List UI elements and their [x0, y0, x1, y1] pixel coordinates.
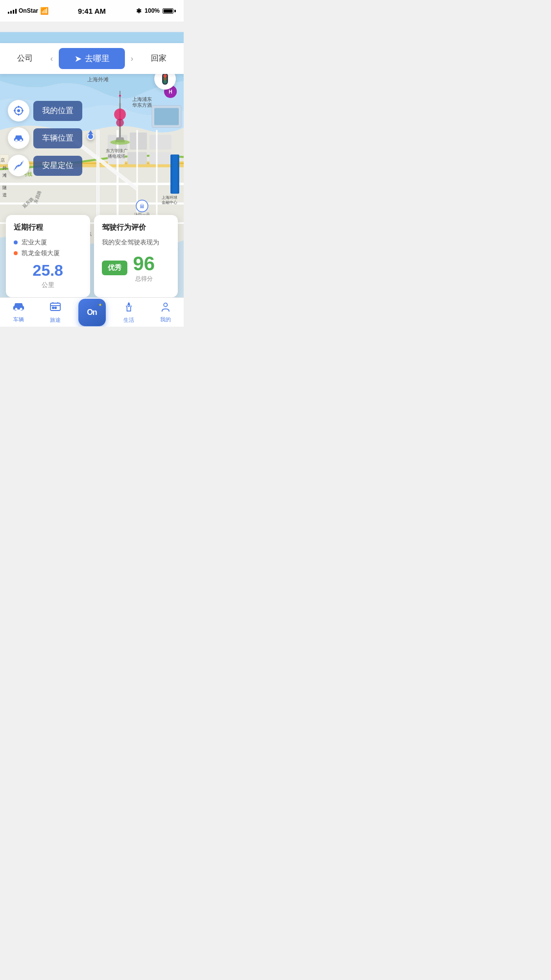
trip-card-title: 近期行程	[14, 223, 82, 232]
svg-text:华东方酒: 华东方酒	[132, 102, 152, 108]
svg-text:滩: 滩	[2, 173, 7, 178]
trip-icon	[49, 301, 61, 315]
drive-card-title: 驾驶行为评价	[102, 223, 170, 232]
home-shortcut[interactable]: 回家	[139, 53, 178, 64]
car-location-row[interactable]: 车辆位置	[8, 127, 82, 149]
trip-dot-2	[14, 251, 18, 255]
nav-vehicle[interactable]: 车辆	[0, 301, 37, 323]
satellite-icon[interactable]	[8, 155, 29, 176]
trip-dest1: 宏业大厦	[14, 238, 82, 247]
life-icon	[123, 301, 135, 315]
svg-rect-4	[130, 133, 147, 150]
excellence-badge: 优秀	[102, 261, 127, 275]
svg-text:隧: 隧	[2, 185, 7, 190]
map-controls: 我的位置 车辆位置 安星定位	[8, 100, 82, 176]
score-value: 96	[133, 253, 155, 275]
status-left: OnStar 📶	[8, 7, 48, 15]
svg-text:店: 店	[0, 158, 5, 163]
drive-score-row: 优秀 96 总得分	[102, 253, 170, 283]
svg-text:播电视塔: 播电视塔	[108, 154, 125, 159]
svg-point-22	[114, 109, 126, 120]
svg-text:上海浦东: 上海浦东	[132, 96, 152, 102]
navigate-icon: ➤	[74, 53, 82, 64]
trip-distance-value: 25.8	[14, 262, 82, 280]
wifi-icon: 📶	[40, 7, 48, 15]
svg-text:外: 外	[2, 166, 7, 170]
recent-trip-card[interactable]: 近期行程 宏业大厦 凯龙金领大厦 25.8 公里	[6, 215, 90, 297]
navigate-button[interactable]: ➤ 去哪里	[59, 48, 125, 69]
drive-score-desc: 我的安全驾驶表现为	[102, 238, 170, 247]
drive-score-card[interactable]: 驾驶行为评价 我的安全驾驶表现为 优秀 96 总得分	[94, 215, 178, 297]
status-bar: OnStar 📶 9:41 AM ✱ 100%	[0, 0, 184, 22]
user-location-dot	[87, 133, 94, 140]
svg-text:上海环球: 上海环球	[162, 195, 177, 200]
svg-point-74	[164, 303, 167, 306]
svg-rect-5	[149, 135, 171, 150]
search-bar[interactable]: 公司 ‹ ➤ 去哪里 › 回家	[0, 43, 184, 74]
signal-icon	[8, 8, 17, 14]
info-cards: 近期行程 宏业大厦 凯龙金领大厦 25.8 公里 驾驶行为评价 我的安全驾驶表现…	[0, 215, 184, 297]
battery-icon	[163, 8, 176, 14]
vehicle-icon	[13, 301, 24, 314]
svg-point-67	[15, 308, 17, 311]
svg-point-68	[20, 308, 22, 311]
company-shortcut[interactable]: 公司	[6, 53, 45, 64]
svg-rect-8	[149, 152, 171, 165]
prev-arrow[interactable]: ‹	[48, 54, 55, 63]
car-location-icon[interactable]	[8, 127, 29, 149]
svg-point-27	[110, 140, 130, 145]
svg-text:上海外滩: 上海外滩	[87, 76, 109, 82]
svg-text:🏛: 🏛	[140, 204, 144, 209]
svg-point-55	[164, 74, 167, 78]
my-location-button[interactable]: 我的位置	[33, 101, 82, 121]
svg-rect-71	[52, 307, 54, 309]
trip-dot-1	[14, 240, 18, 244]
svg-rect-35	[172, 156, 177, 193]
next-arrow[interactable]: ›	[129, 54, 135, 63]
my-location-row[interactable]: 我的位置	[8, 100, 82, 121]
onstar-center-button[interactable]: On ★	[78, 299, 106, 326]
svg-point-64	[15, 139, 18, 142]
status-right: ✱ 100%	[136, 7, 176, 15]
time-display: 9:41 AM	[78, 7, 106, 15]
mine-label: 我的	[160, 316, 171, 323]
svg-point-66	[18, 165, 20, 167]
nav-trip[interactable]: 旅途	[37, 301, 73, 324]
svg-point-73	[128, 304, 129, 305]
bottom-nav: 车辆 旅途 On ★	[0, 297, 184, 327]
trip-dest2: 凯龙金领大厦	[14, 249, 82, 258]
svg-rect-10	[154, 108, 179, 125]
trip-distance-unit: 公里	[14, 281, 82, 289]
onstar-star-icon: ★	[98, 303, 102, 307]
car-location-button[interactable]: 车辆位置	[33, 128, 82, 148]
svg-rect-72	[55, 307, 56, 309]
score-label: 总得分	[135, 275, 153, 283]
nav-life[interactable]: 生活	[110, 301, 147, 324]
satellite-row[interactable]: 安星定位	[8, 155, 82, 176]
mine-icon	[160, 302, 171, 314]
battery-percent: 100%	[144, 7, 160, 14]
my-location-icon[interactable]	[8, 100, 29, 121]
nav-mine[interactable]: 我的	[147, 302, 184, 323]
navigate-label: 去哪里	[85, 53, 110, 64]
svg-point-25	[119, 95, 121, 97]
bluetooth-icon: ✱	[136, 7, 142, 15]
carrier-label: OnStar	[19, 7, 38, 14]
svg-point-56	[164, 77, 167, 81]
map-area[interactable]: 上海外滩 上海浦东 华东方酒 东方明珠广 播电视塔 2号线 上海环球 金融中心 …	[0, 22, 184, 327]
life-label: 生活	[123, 316, 134, 324]
onstar-logo-text: On	[87, 308, 96, 317]
trip-nav-label: 旅途	[50, 316, 61, 324]
svg-text:东方明珠广: 东方明珠广	[106, 148, 128, 153]
svg-text:道: 道	[2, 192, 7, 197]
svg-point-59	[17, 109, 20, 112]
vehicle-label: 车辆	[13, 316, 24, 323]
satellite-button[interactable]: 安星定位	[33, 156, 82, 176]
svg-text:金融中心: 金融中心	[162, 200, 177, 205]
svg-point-23	[116, 119, 124, 127]
svg-point-65	[20, 139, 22, 142]
svg-point-57	[164, 80, 167, 84]
